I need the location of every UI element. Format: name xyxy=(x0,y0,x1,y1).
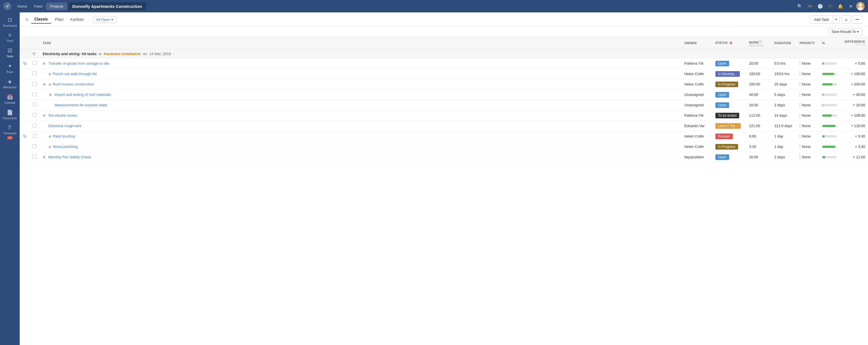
row-checkbox[interactable] xyxy=(33,61,36,65)
duration-cell: 121:0 days xyxy=(772,121,797,131)
search-icon[interactable]: 🔍 xyxy=(796,2,804,11)
priority-cell: None xyxy=(797,100,819,110)
task-name-link[interactable]: Roof trusses construction xyxy=(53,82,94,86)
status-badge[interactable]: In Develop... xyxy=(715,71,740,77)
sort-icon[interactable]: ↕ xyxy=(173,52,175,55)
bell-icon[interactable]: 🔔 xyxy=(836,2,845,11)
clock-icon[interactable]: 🕐 xyxy=(816,2,825,11)
save-results-label: Save Results To xyxy=(832,30,856,34)
table-row: ▣Monthly Fire Safety CheckfaiyazudeenOpe… xyxy=(20,152,868,162)
expand-icon[interactable]: ▣ xyxy=(43,155,46,159)
progress-bar xyxy=(822,83,839,86)
row-checkbox[interactable] xyxy=(33,123,36,127)
col-task-header: TASK xyxy=(40,37,682,49)
main-content: ⊞ Classic Plain Kanban - All Open ▾ Add … xyxy=(20,12,868,345)
expand-icon[interactable]: ▣ xyxy=(43,83,46,86)
sidebar-item-documents[interactable]: 📄 Documents xyxy=(1,107,19,122)
table-row: ▣Electrical rough-wireEduardo VarLevel 2… xyxy=(20,121,868,131)
diff-cell: + 16:00 xyxy=(842,100,868,110)
status-badge[interactable]: Open xyxy=(715,92,729,98)
calendar-icon: 📅 xyxy=(7,94,13,100)
tab-plain[interactable]: Plain xyxy=(52,15,67,23)
task-name-cell: ▣Import and testing of roof materials xyxy=(40,89,682,100)
duration-cell: 5 days xyxy=(772,89,797,100)
diff-cell: + 200:00 xyxy=(842,79,868,89)
nav-feed[interactable]: Feed xyxy=(31,3,45,10)
sidebar-item-dashboard[interactable]: ⊡ Dashboard xyxy=(1,14,19,30)
expand-icon[interactable]: ▣ xyxy=(49,93,53,96)
diff-cell: + 108:00 xyxy=(842,110,868,121)
task-name-link[interactable]: Punch-out walk through list xyxy=(53,72,97,76)
table-row: ▣Import and testing of roof materialsUna… xyxy=(20,89,868,100)
timesheet-badge: 22 xyxy=(7,136,13,139)
task-name-link[interactable]: Wood polishing xyxy=(53,145,78,149)
sidebar-item-tasks[interactable]: ☑ Tasks xyxy=(1,45,19,60)
status-badge[interactable]: To be tested xyxy=(715,113,739,118)
row-checkbox[interactable] xyxy=(33,155,36,159)
task-name-cell: ▣◉Roof trusses construction xyxy=(40,79,682,89)
col-checkbox-header xyxy=(30,37,40,49)
group-header-row: ▽ Electricity and wiring- All tasks in H… xyxy=(20,49,868,58)
project-title: Donnelly Apartments Construction xyxy=(68,2,146,10)
tab-kanban[interactable]: Kanban xyxy=(67,15,87,23)
row-checkbox[interactable] xyxy=(33,82,36,86)
task-name-link[interactable]: Paint touchup xyxy=(53,134,75,138)
more-options-button[interactable]: ••• xyxy=(852,15,862,24)
filter-button[interactable]: ⊿ xyxy=(841,15,850,24)
status-badge[interactable]: Open xyxy=(715,61,729,66)
owner-cell: Unassigned xyxy=(682,89,713,100)
col-duration-header: DURATION xyxy=(772,37,797,49)
subtask-icon: ◉ xyxy=(48,145,51,149)
expand-icon[interactable]: ▣ xyxy=(43,62,46,65)
row-checkbox[interactable] xyxy=(33,134,36,138)
task-name-link[interactable]: Electrical rough-wire xyxy=(48,124,82,128)
status-badge[interactable]: In Progress xyxy=(715,82,738,87)
avatar[interactable] xyxy=(856,2,865,10)
status-badge[interactable]: Level 2 Tes... xyxy=(715,123,741,129)
col-priority-header: PRIORITY xyxy=(797,37,819,49)
row-checkbox[interactable] xyxy=(33,71,36,75)
table-row: ▣Set electric boxesFathima YilrTo be tes… xyxy=(20,110,868,121)
expand-icon[interactable]: ▣ xyxy=(43,114,46,117)
sidebar-label-documents: Documents xyxy=(3,117,17,120)
duration-cell: 1 day xyxy=(772,131,797,142)
priority-cell: None xyxy=(797,121,819,131)
app-logo[interactable]: ✓ xyxy=(3,2,11,10)
close-icon[interactable]: ✕ xyxy=(846,2,855,11)
add-task-button[interactable]: Add Task ▾ xyxy=(810,15,840,24)
nav-home[interactable]: Home xyxy=(14,3,30,10)
row-checkbox[interactable] xyxy=(33,113,36,117)
task-name-link[interactable]: Measurements for wooden slabs xyxy=(55,103,107,107)
sidebar-item-feed[interactable]: ≡ Feed xyxy=(1,30,19,45)
status-cell: In Progress xyxy=(713,142,746,152)
task-name-cell: ▣◉Paint touchup xyxy=(40,131,682,142)
status-badge[interactable]: In Progress xyxy=(715,144,738,150)
status-badge[interactable]: Reopen xyxy=(715,133,733,139)
sidebar-item-timesheet[interactable]: ⏱ Timesheet 22 xyxy=(1,123,19,142)
sidebar-item-milestones[interactable]: ◈ Milestones xyxy=(1,76,19,91)
plus-icon[interactable]: ➕ xyxy=(826,2,835,11)
tab-classic[interactable]: Classic xyxy=(31,15,52,24)
save-results-button[interactable]: Save Results To ▾ xyxy=(828,28,863,35)
table-settings-icon[interactable]: ⊞ xyxy=(25,17,29,22)
owner-cell: Fathima Yilr xyxy=(682,58,713,69)
task-name-link[interactable]: Set electric boxes xyxy=(48,113,77,118)
row-checkbox[interactable] xyxy=(33,144,36,148)
status-badge[interactable]: Open xyxy=(715,154,729,160)
task-name-link[interactable]: Monthly Fire Safety Check xyxy=(48,155,91,159)
status-badge[interactable]: Open xyxy=(715,102,729,108)
add-task-arrow-icon[interactable]: ▾ xyxy=(833,16,839,23)
add-task-label[interactable]: Add Task xyxy=(810,16,833,23)
nav-projects[interactable]: Projects xyxy=(46,3,67,10)
row-checkbox[interactable] xyxy=(33,92,36,96)
sidebar-item-bugs[interactable]: ✦ Bugs xyxy=(1,61,19,75)
group-collapse-icon[interactable]: ▽ xyxy=(33,52,35,56)
sidebar-item-calendar[interactable]: 📅 Calendar xyxy=(1,92,19,106)
sub-header: ⊞ Classic Plain Kanban - All Open ▾ Add … xyxy=(20,12,868,27)
filter-dropdown[interactable]: All Open ▾ xyxy=(93,16,116,23)
row-checkbox[interactable] xyxy=(33,103,36,106)
game-icon[interactable]: 🎮 xyxy=(806,2,815,11)
task-name-link[interactable]: Import and testing of roof materials xyxy=(55,93,111,97)
task-name-cell: ▣◉Wood polishing xyxy=(40,142,682,152)
task-name-link[interactable]: Transfer of goods from storage to site. xyxy=(48,61,110,65)
